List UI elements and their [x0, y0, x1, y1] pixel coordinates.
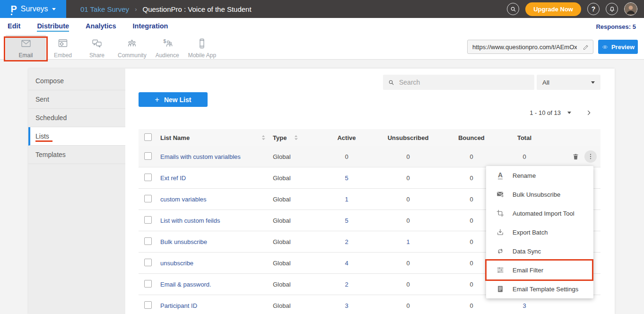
- list-name-link[interactable]: Emails with custom varialbles: [160, 153, 241, 160]
- active-count-cell: 0: [318, 153, 375, 160]
- tab-distribute[interactable]: Distribute: [37, 21, 69, 32]
- pagination-range-label: 1 - 10 of 13: [530, 109, 561, 116]
- select-all-checkbox[interactable]: [144, 133, 152, 141]
- questionpro-logo-icon: P: [10, 4, 17, 14]
- row-checkbox-cell: [139, 237, 160, 246]
- unsubscribed-count-cell: 0: [375, 153, 441, 160]
- menu-item-email-filter[interactable]: Email Filter: [486, 261, 593, 279]
- menu-item-email-template-settings[interactable]: Email Template Settings: [486, 279, 593, 298]
- tab-integration[interactable]: Integration: [133, 21, 168, 32]
- channel-mobile-app[interactable]: Mobile App: [184, 35, 220, 59]
- active-count: 0: [345, 153, 348, 160]
- topbar-actions: Upgrade Now ?: [507, 2, 644, 16]
- channel-email[interactable]: Email: [6, 35, 46, 59]
- bounced-count: 0: [470, 217, 473, 224]
- total-count: 0: [522, 153, 526, 160]
- responses-count[interactable]: Responses: 5: [596, 23, 636, 30]
- search-button[interactable]: [507, 3, 519, 15]
- menu-item-export-batch[interactable]: Export Batch: [486, 223, 593, 242]
- active-count[interactable]: 3: [345, 302, 348, 309]
- tab-edit[interactable]: Edit: [8, 21, 20, 32]
- list-search-input[interactable]: [399, 78, 530, 86]
- sidebar-item-label: Scheduled: [35, 114, 67, 122]
- menu-item-automated-import-tool[interactable]: Automated Import Tool: [486, 204, 593, 223]
- sort-icon[interactable]: [294, 135, 298, 140]
- sidebar-item-label: Lists: [35, 132, 49, 140]
- preview-button[interactable]: Preview: [598, 40, 638, 54]
- new-list-label: New List: [164, 96, 191, 104]
- list-name-cell: List with custom feilds: [160, 217, 273, 224]
- active-count-cell: 5: [318, 217, 375, 224]
- delete-list-button[interactable]: [569, 150, 582, 163]
- tab-analytics[interactable]: Analytics: [86, 21, 116, 32]
- active-count[interactable]: 5: [345, 174, 348, 182]
- sidebar-item-scheduled[interactable]: Scheduled: [28, 109, 125, 127]
- list-name-link[interactable]: unsubscribe: [160, 260, 193, 267]
- pagination-next-button[interactable]: [585, 109, 592, 116]
- list-name-link[interactable]: Participant ID: [160, 302, 197, 309]
- email-filter-icon: [496, 265, 505, 275]
- row-checkbox[interactable]: [144, 195, 152, 202]
- list-filter-dropdown[interactable]: All: [537, 75, 600, 90]
- menu-item-data-sync[interactable]: Data Sync: [486, 242, 593, 261]
- list-name-link[interactable]: List with custom feilds: [160, 217, 220, 224]
- user-avatar[interactable]: [624, 2, 637, 16]
- row-checkbox[interactable]: [144, 174, 152, 181]
- sidebar-item-templates[interactable]: Templates: [28, 146, 125, 164]
- menu-item-rename[interactable]: ARename: [486, 166, 593, 185]
- notifications-button[interactable]: [606, 3, 618, 15]
- breadcrumb-separator-icon: ›: [135, 6, 137, 13]
- list-name-link[interactable]: Ext ref ID: [160, 174, 186, 182]
- row-checkbox[interactable]: [144, 259, 152, 266]
- chevron-right-icon: [585, 109, 592, 116]
- bounced-count-cell: 0: [441, 153, 502, 160]
- sidebar-item-sent[interactable]: Sent: [28, 90, 125, 109]
- unsubscribed-count: 0: [406, 217, 409, 224]
- column-header-type[interactable]: Type: [273, 134, 318, 141]
- channel-embed[interactable]: Embed: [46, 35, 80, 59]
- list-name-link[interactable]: Bulk unsubscribe: [160, 238, 207, 245]
- column-header-list-name[interactable]: List Name: [160, 134, 273, 141]
- active-count[interactable]: 4: [345, 260, 348, 267]
- survey-url-input[interactable]: [468, 44, 579, 51]
- menu-item-bulk-unsubscribe[interactable]: Bulk Unsubscribe: [486, 185, 593, 204]
- row-checkbox[interactable]: [144, 216, 152, 224]
- unsubscribed-count[interactable]: 1: [406, 238, 409, 245]
- channel-label: Share: [89, 52, 104, 59]
- new-list-button[interactable]: + New List: [139, 92, 208, 107]
- pagination-range-dropdown[interactable]: 1 - 10 of 13: [530, 109, 571, 116]
- list-name-link[interactable]: custom variables: [160, 196, 207, 203]
- channel-community[interactable]: Community: [114, 35, 150, 59]
- row-checkbox-cell: [139, 280, 160, 289]
- total-count-cell: 3: [502, 302, 547, 309]
- channel-share[interactable]: Share: [80, 35, 114, 59]
- embed-icon: [57, 38, 69, 51]
- active-count[interactable]: 1: [345, 196, 348, 203]
- active-count[interactable]: 2: [345, 238, 348, 245]
- sort-icon[interactable]: [261, 135, 265, 140]
- unsubscribed-count-cell: 0: [375, 302, 441, 309]
- upgrade-now-button[interactable]: Upgrade Now: [525, 2, 581, 16]
- sidebar-item-lists[interactable]: Lists: [28, 127, 125, 146]
- list-name-link[interactable]: Email & password.: [160, 281, 211, 288]
- list-name-cell: custom variables: [160, 196, 273, 203]
- breadcrumb-survey-link[interactable]: 01 Take Survey: [80, 5, 129, 13]
- row-checkbox[interactable]: [144, 301, 152, 309]
- sidebar-item-compose[interactable]: Compose: [28, 72, 125, 90]
- row-checkbox[interactable]: [144, 152, 152, 160]
- mobile-app-icon: [196, 38, 208, 51]
- row-more-actions-button[interactable]: [584, 150, 597, 163]
- column-header-bounced: Bounced: [441, 134, 502, 141]
- row-checkbox[interactable]: [144, 237, 152, 245]
- edit-url-button[interactable]: [579, 40, 593, 53]
- active-count[interactable]: 5: [345, 217, 348, 224]
- total-count[interactable]: 3: [522, 302, 526, 309]
- plus-icon: +: [155, 96, 159, 104]
- list-type-cell: Global: [273, 302, 318, 309]
- surveys-product-switcher[interactable]: P Surveys: [0, 0, 66, 18]
- row-checkbox[interactable]: [144, 280, 152, 288]
- help-button[interactable]: ?: [587, 3, 600, 15]
- list-actions-menu: ARenameBulk UnsubscribeAutomated Import …: [486, 166, 593, 298]
- active-count[interactable]: 2: [345, 281, 348, 288]
- channel-audience[interactable]: $Audience: [150, 35, 184, 59]
